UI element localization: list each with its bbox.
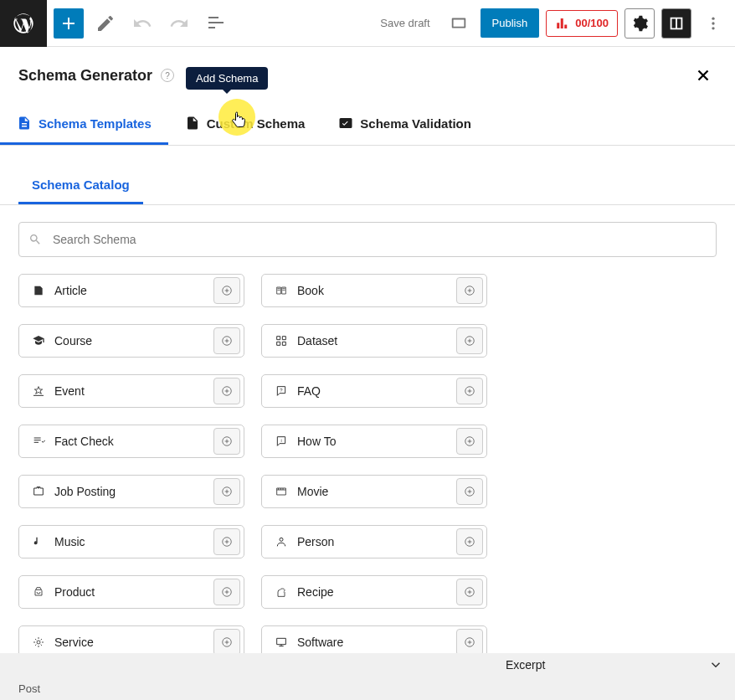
add-schema-button[interactable]: [213, 428, 240, 455]
add-schema-button[interactable]: [213, 478, 240, 505]
schema-card-dataset[interactable]: Dataset: [261, 324, 487, 358]
schema-card-book[interactable]: Book: [261, 274, 487, 307]
add-schema-tooltip: Add Schema: [186, 67, 268, 90]
card-label: Software: [297, 636, 448, 649]
service-icon: [31, 635, 46, 650]
sidebar-toggle-button[interactable]: [661, 8, 691, 39]
card-label: Fact Check: [54, 435, 205, 448]
schema-card-course[interactable]: Course: [18, 324, 244, 358]
settings-button[interactable]: [624, 8, 655, 39]
modal-tabs: Schema Templates Custom Schema Schema Va…: [0, 104, 735, 146]
svg-point-2: [712, 27, 714, 29]
sub-tabs: Schema Catalog: [0, 167, 735, 205]
schema-card-movie[interactable]: Movie: [261, 475, 487, 508]
help-icon[interactable]: ?: [161, 69, 174, 82]
edit-icon[interactable]: [90, 8, 121, 39]
search-icon: [28, 233, 42, 246]
person-icon: [274, 534, 289, 549]
article-icon: [31, 283, 46, 298]
movie-icon: [274, 484, 289, 499]
schema-grid: Article Book Course Dataset Event ? FAQ …: [18, 274, 717, 653]
rank-math-score-button[interactable]: 00/100: [546, 10, 618, 37]
svg-point-0: [712, 17, 714, 19]
add-schema-button[interactable]: [213, 378, 240, 404]
preview-button[interactable]: [444, 8, 474, 39]
schema-card-service[interactable]: Service: [18, 625, 244, 653]
add-schema-button[interactable]: [456, 378, 483, 404]
schema-card-job-posting[interactable]: Job Posting: [18, 475, 244, 508]
document-outline-button[interactable]: [201, 8, 231, 39]
hand-cursor-icon: [230, 111, 247, 135]
software-icon: [274, 635, 289, 650]
card-label: Person: [297, 535, 448, 548]
schema-card-faq[interactable]: ? FAQ: [261, 374, 487, 408]
search-input[interactable]: [18, 222, 717, 257]
add-schema-button[interactable]: [456, 528, 483, 555]
svg-point-20: [37, 641, 40, 644]
dataset-icon: [274, 333, 289, 348]
add-schema-button[interactable]: [456, 629, 483, 653]
howto-icon: i: [274, 434, 289, 449]
add-schema-button[interactable]: [456, 327, 483, 354]
schema-card-how-to[interactable]: i How To: [261, 425, 487, 458]
post-bar[interactable]: Post: [0, 677, 735, 700]
card-label: Book: [297, 284, 448, 297]
schema-card-music[interactable]: Music: [18, 525, 244, 558]
modal-title: Schema Generator: [18, 67, 152, 85]
schema-card-product[interactable]: Product: [18, 575, 244, 609]
add-schema-button[interactable]: [456, 277, 483, 304]
schema-generator-modal: Schema Generator ? Schema Templates Cust…: [0, 47, 735, 653]
card-label: Event: [54, 384, 205, 398]
add-schema-button[interactable]: [456, 428, 483, 455]
card-label: Dataset: [297, 334, 448, 347]
redo-button[interactable]: [164, 8, 194, 39]
svg-point-1: [712, 22, 714, 24]
card-label: How To: [297, 435, 448, 448]
schema-card-software[interactable]: Software: [261, 625, 487, 653]
event-icon: [31, 383, 46, 399]
sub-tab-schema-catalog[interactable]: Schema Catalog: [18, 167, 143, 204]
editor-toolbar: Save draft Publish 00/100: [0, 0, 735, 47]
search-schema-box: [18, 222, 717, 257]
schema-card-article[interactable]: Article: [18, 274, 244, 307]
add-schema-button[interactable]: [213, 327, 240, 354]
excerpt-label: Excerpt: [506, 658, 545, 672]
add-schema-button[interactable]: [456, 478, 483, 505]
close-button[interactable]: [690, 62, 717, 89]
add-schema-button[interactable]: [213, 629, 240, 653]
card-label: Music: [54, 535, 205, 548]
card-label: FAQ: [297, 384, 448, 398]
save-draft-button[interactable]: Save draft: [373, 10, 436, 36]
card-label: Course: [54, 334, 205, 347]
course-icon: [31, 333, 46, 348]
schema-card-person[interactable]: Person: [261, 525, 487, 558]
more-options-button[interactable]: [698, 0, 728, 47]
add-schema-button[interactable]: [213, 277, 240, 304]
add-schema-button[interactable]: [213, 579, 240, 605]
schema-card-event[interactable]: Event: [18, 374, 244, 408]
book-icon: [274, 283, 289, 298]
undo-button[interactable]: [127, 8, 157, 39]
card-label: Recipe: [297, 585, 448, 599]
job-icon: [31, 484, 46, 499]
tab-schema-templates[interactable]: Schema Templates: [0, 104, 168, 145]
card-label: Article: [54, 284, 205, 297]
chevron-down-icon: [708, 657, 723, 672]
add-schema-button[interactable]: [456, 579, 483, 605]
tab-schema-validation[interactable]: Schema Validation: [321, 104, 488, 145]
excerpt-panel[interactable]: Excerpt: [0, 651, 735, 677]
recipe-icon: [274, 584, 289, 600]
card-label: Job Posting: [54, 485, 205, 498]
add-block-button[interactable]: [54, 8, 84, 39]
factcheck-icon: [31, 434, 46, 449]
card-label: Service: [54, 636, 205, 649]
card-label: Product: [54, 585, 205, 599]
wordpress-logo[interactable]: [0, 0, 47, 47]
svg-point-16: [280, 538, 283, 541]
add-schema-button[interactable]: [213, 528, 240, 555]
schema-card-fact-check[interactable]: Fact Check: [18, 425, 244, 458]
schema-card-recipe[interactable]: Recipe: [261, 575, 487, 609]
publish-button[interactable]: Publish: [481, 8, 540, 38]
rank-score-label: 00/100: [575, 17, 609, 29]
svg-text:i: i: [280, 438, 281, 443]
